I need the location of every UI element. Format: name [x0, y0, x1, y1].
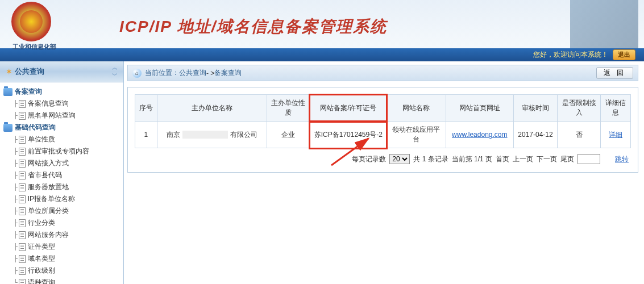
page-icon [19, 183, 26, 191]
page-icon [19, 136, 26, 144]
page-icon [19, 243, 26, 251]
cell-site-name: 领动在线应用平台 [387, 122, 446, 148]
table-header-row: 序号 主办单位名称 主办单位性质 网站备案/许可证号 网站名称 网站首页网址 审… [135, 95, 631, 122]
page-icon [19, 279, 26, 285]
national-emblem-icon [11, 2, 51, 41]
tree-item[interactable]: ├证件类型 [2, 241, 121, 253]
breadcrumb: ⌂ 当前位置： 公共查询 - > 备案查询 返 回 [128, 65, 638, 81]
logout-button[interactable]: 退出 [613, 49, 635, 60]
first-page-link[interactable]: 首页 [496, 154, 509, 164]
redacted-block [182, 131, 228, 139]
cell-site-url: www.leadong.com [446, 122, 513, 148]
cell-restricted: 否 [558, 122, 601, 148]
page-input[interactable] [577, 154, 600, 164]
cell-detail: 详细 [601, 122, 631, 148]
th-audit-date: 审核时间 [513, 95, 557, 122]
tree-item[interactable]: ├域名类型 [2, 253, 121, 265]
tree-item[interactable]: ├单位性质 [2, 133, 121, 145]
page-icon [19, 160, 26, 168]
per-page-select[interactable]: 20 [389, 154, 410, 164]
last-page-link[interactable]: 尾页 [560, 154, 574, 164]
current-page-label: 当前第 1/1 页 [452, 154, 492, 164]
detail-link[interactable]: 详细 [609, 131, 622, 139]
folder-icon [3, 88, 13, 96]
breadcrumb-path-1[interactable]: 公共查询 [179, 68, 206, 78]
page-icon [19, 255, 26, 263]
cell-audit-date: 2017-04-12 [513, 122, 557, 148]
content-panel: 序号 主办单位名称 主办单位性质 网站备案/许可证号 网站名称 网站首页网址 审… [127, 87, 638, 173]
home-icon[interactable]: ⌂ [132, 69, 142, 78]
collapse-icon: ︽︾ [112, 64, 118, 80]
th-detail: 详细信息 [601, 95, 631, 122]
tree-group[interactable]: 备案查询 [2, 86, 121, 98]
tree-item[interactable]: ├备案信息查询 [2, 98, 121, 110]
th-index: 序号 [135, 95, 157, 122]
page-icon [19, 112, 26, 120]
tree-item[interactable]: ├网站服务内容 [2, 229, 121, 241]
results-table: 序号 主办单位名称 主办单位性质 网站备案/许可证号 网站名称 网站首页网址 审… [135, 94, 631, 148]
tree-item[interactable]: ├前置审批或专项内容 [2, 145, 121, 157]
page-icon [19, 148, 26, 156]
annotation-arrow [326, 134, 383, 168]
header-toolbar: 您好，欢迎访问本系统！ 退出 [0, 48, 644, 61]
page-icon [19, 219, 26, 227]
emblem-label: 工业和信息化部 [13, 43, 56, 51]
th-site-name: 网站名称 [387, 95, 446, 122]
sidebar-header[interactable]: ✶ 公共查询 ︽︾ [0, 61, 123, 82]
th-site-url: 网站首页网址 [446, 95, 513, 122]
app-title: ICP/IP 地址/域名信息备案管理系统 [119, 16, 387, 37]
breadcrumb-path-2[interactable]: 备案查询 [214, 68, 242, 78]
header-decoration [570, 0, 638, 48]
tree-item[interactable]: ├服务器放置地 [2, 181, 121, 193]
tree-item[interactable]: ├行政级别 [2, 265, 121, 277]
tree-item[interactable]: ├网站接入方式 [2, 157, 121, 169]
svg-line-0 [331, 139, 368, 165]
pagination: 每页记录数 20 共 1 条记录 当前第 1/1 页 首页 上一页 下一页 尾页… [135, 148, 631, 165]
cell-org-type: 企业 [267, 122, 310, 148]
th-org-type: 主办单位性质 [267, 95, 310, 122]
emblem-block: 工业和信息化部 [11, 2, 57, 51]
page-icon [19, 231, 26, 239]
sidebar-title: 公共查询 [15, 66, 112, 77]
sidebar: ✶ 公共查询 ︽︾ 备案查询├备案信息查询├黑名单网站查询基础代码查询├单位性质… [0, 61, 124, 284]
breadcrumb-label: 当前位置： [145, 68, 179, 78]
tree-item[interactable]: ├行业分类 [2, 217, 121, 229]
gear-icon: ✶ [6, 67, 13, 76]
page-icon [19, 267, 26, 275]
site-url-link[interactable]: www.leadong.com [452, 131, 507, 139]
jump-link[interactable]: 跳转 [615, 154, 629, 164]
th-license: 网站备案/许可证号 [310, 95, 387, 122]
cell-org-name: 南京有限公司 [157, 122, 267, 148]
breadcrumb-sep: - > [206, 69, 214, 77]
app-header: 工业和信息化部 ICP/IP 地址/域名信息备案管理系统 您好，欢迎访问本系统！… [0, 0, 644, 61]
th-org-name: 主办单位名称 [157, 95, 267, 122]
nav-tree: 备案查询├备案信息查询├黑名单网站查询基础代码查询├单位性质├前置审批或专项内容… [0, 82, 123, 284]
th-restricted: 是否限制接入 [558, 95, 601, 122]
tree-item[interactable]: ├单位所属分类 [2, 205, 121, 217]
page-icon [19, 195, 26, 203]
welcome-text: 您好，欢迎访问本系统！ [533, 50, 608, 60]
back-button[interactable]: 返 回 [596, 67, 633, 79]
page-icon [19, 207, 26, 215]
folder-icon [3, 124, 13, 132]
cell-index: 1 [135, 122, 157, 148]
tree-group[interactable]: 基础代码查询 [2, 122, 121, 133]
tree-item[interactable]: └语种查询 [2, 277, 121, 284]
tree-item[interactable]: ├黑名单网站查询 [2, 110, 121, 122]
main-content: ⌂ 当前位置： 公共查询 - > 备案查询 返 回 序号 主办单位名称 主办单位… [124, 61, 644, 284]
tree-item[interactable]: ├省市县代码 [2, 169, 121, 181]
tree-item[interactable]: ├IP报备单位名称 [2, 193, 121, 205]
next-page-link[interactable]: 下一页 [537, 154, 557, 164]
total-label: 共 1 条记录 [413, 154, 448, 164]
page-icon [19, 172, 26, 179]
table-row: 1 南京有限公司 企业 苏ICP备17012459号-2 领动在线应用平台 ww… [135, 122, 631, 148]
prev-page-link[interactable]: 上一页 [513, 154, 533, 164]
page-icon [19, 100, 26, 108]
